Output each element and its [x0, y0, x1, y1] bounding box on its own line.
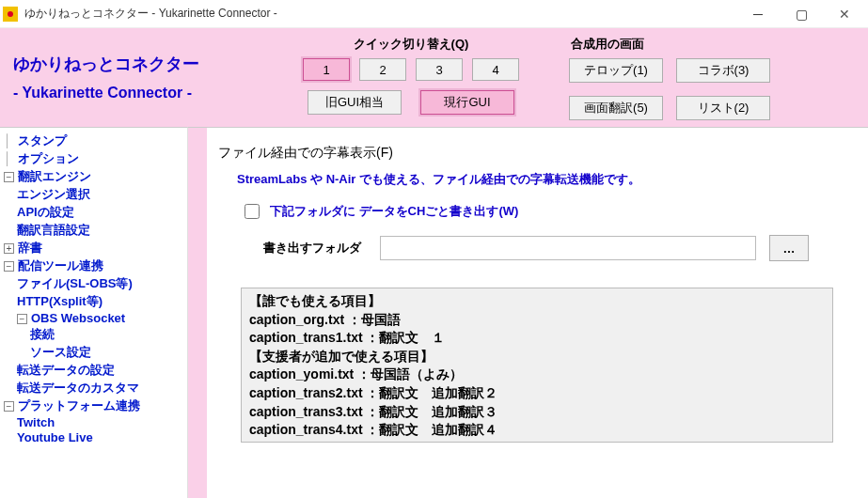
- brand-block: ゆかりねっとコネクター - Yukarinette Connector -: [13, 34, 253, 119]
- tree-toggle-trans-engine[interactable]: −: [4, 172, 14, 182]
- quick-switch-3[interactable]: 3: [416, 58, 463, 81]
- synth-btn-list[interactable]: リスト(2): [676, 96, 770, 120]
- close-button[interactable]: ✕: [823, 0, 866, 28]
- quick-switch-label: クイック切り替え(Q): [279, 36, 543, 53]
- tree-option[interactable]: オプション: [18, 151, 79, 165]
- tree-youtube-live[interactable]: Youtube Live: [17, 430, 93, 444]
- content-heading: ファイル経由での字幕表示(F): [218, 145, 857, 162]
- file-list-line: caption_trans3.txt ：翻訳文 追加翻訳３: [249, 403, 825, 422]
- file-list-line: 【支援者が追加で使える項目】: [249, 348, 825, 366]
- write-per-ch-checkbox[interactable]: [245, 204, 260, 219]
- tree-platform[interactable]: プラットフォーム連携: [18, 398, 140, 412]
- content-pane: ファイル経由での字幕表示(F) StreamLabs や N-Air でも使える…: [207, 127, 868, 498]
- maximize-button[interactable]: ▢: [780, 0, 823, 28]
- quick-switch-section: クイック切り替え(Q) 1 2 3 4 旧GUI相当 現行GUI: [279, 34, 543, 119]
- content-info: StreamLabs や N-Air でも使える、ファイル経由での字幕転送機能で…: [237, 171, 857, 188]
- tree-obs-source[interactable]: ソース設定: [30, 345, 91, 359]
- divider-gap: [188, 127, 207, 498]
- app-icon: [2, 6, 19, 23]
- minimize-button[interactable]: ─: [736, 0, 780, 28]
- synth-label: 合成用の画面: [571, 36, 855, 53]
- tree-obs-connect[interactable]: 接続: [30, 327, 55, 341]
- svg-point-1: [8, 11, 13, 17]
- tree-transfer-customize[interactable]: 転送データのカスタマ: [17, 381, 139, 395]
- write-per-ch-label[interactable]: 下記フォルダに データをCHごと書き出す(W): [270, 203, 518, 220]
- file-list-line: caption_org.txt ：母国語: [249, 311, 825, 330]
- tree-transfer-settings[interactable]: 転送データの設定: [17, 363, 115, 377]
- tree-pane[interactable]: │スタンプ │オプション −翻訳エンジン エンジン選択 APIの設定 翻訳言語設…: [0, 127, 188, 498]
- file-list-line: caption_Collabo_org1.txt ：コラボ配信 ユーザ１ 母国語: [249, 440, 825, 443]
- tree-obs-ws[interactable]: OBS Websocket: [31, 311, 125, 325]
- quick-switch-4[interactable]: 4: [472, 58, 519, 81]
- quick-switch-2[interactable]: 2: [359, 58, 406, 81]
- titlebar: ゆかりねっとコネクター - Yukarinette Connector - ─ …: [0, 0, 868, 28]
- gui-current-button[interactable]: 現行GUI: [420, 90, 514, 115]
- tree-stream-tool[interactable]: 配信ツール連携: [18, 258, 103, 272]
- tree-engine-select[interactable]: エンジン選択: [17, 187, 90, 201]
- window-title: ゆかりねっとコネクター - Yukarinette Connector -: [24, 6, 736, 22]
- file-list-line: 【誰でも使える項目】: [249, 292, 825, 311]
- synth-btn-collab[interactable]: コラボ(3): [676, 58, 770, 83]
- folder-input[interactable]: [380, 236, 756, 260]
- tree-trans-engine[interactable]: 翻訳エンジン: [18, 169, 91, 183]
- folder-label: 書き出すフォルダ: [263, 240, 367, 257]
- tree-api-settings[interactable]: APIの設定: [17, 205, 74, 219]
- tree-toggle-stream-tool[interactable]: −: [4, 261, 14, 272]
- tree-twitch[interactable]: Twitch: [17, 415, 55, 429]
- file-list-line: caption_trans1.txt ：翻訳文 １: [249, 329, 825, 348]
- top-banner: ゆかりねっとコネクター - Yukarinette Connector - クイ…: [0, 28, 868, 127]
- synth-btn-screentrans[interactable]: 画面翻訳(5): [569, 96, 663, 120]
- file-list-line: caption_trans2.txt ：翻訳文 追加翻訳２: [249, 384, 825, 403]
- tree-stamp[interactable]: スタンプ: [18, 133, 67, 148]
- tree-http-xsplit[interactable]: HTTP(Xsplit等): [17, 294, 103, 308]
- brand-title-en: - Yukarinette Connector -: [13, 85, 253, 101]
- quick-switch-1[interactable]: 1: [303, 58, 350, 81]
- synth-btn-telop[interactable]: テロップ(1): [569, 58, 663, 83]
- tree-file-slobs[interactable]: ファイル(SL-OBS等): [17, 276, 133, 290]
- file-list-line: caption_trans4.txt ：翻訳文 追加翻訳４: [249, 421, 825, 440]
- browse-button[interactable]: …: [769, 235, 809, 261]
- gui-old-button[interactable]: 旧GUI相当: [308, 90, 402, 115]
- tree-dict[interactable]: 辞書: [18, 241, 42, 255]
- tree-toggle-obsws[interactable]: −: [17, 314, 27, 324]
- tree-toggle-platform[interactable]: −: [4, 401, 14, 412]
- tree-toggle-dict[interactable]: +: [4, 243, 14, 254]
- brand-title-jp: ゆかりねっとコネクター: [13, 53, 253, 75]
- tree-trans-lang[interactable]: 翻訳言語設定: [17, 223, 90, 237]
- synth-section: 合成用の画面 テロップ(1) コラボ(3) 画面翻訳(5) リスト(2) 多言語…: [569, 34, 855, 119]
- file-list-box[interactable]: 【誰でも使える項目】caption_org.txt ：母国語caption_tr…: [241, 288, 833, 443]
- file-list-line: caption_yomi.txt ：母国語（よみ）: [249, 366, 825, 384]
